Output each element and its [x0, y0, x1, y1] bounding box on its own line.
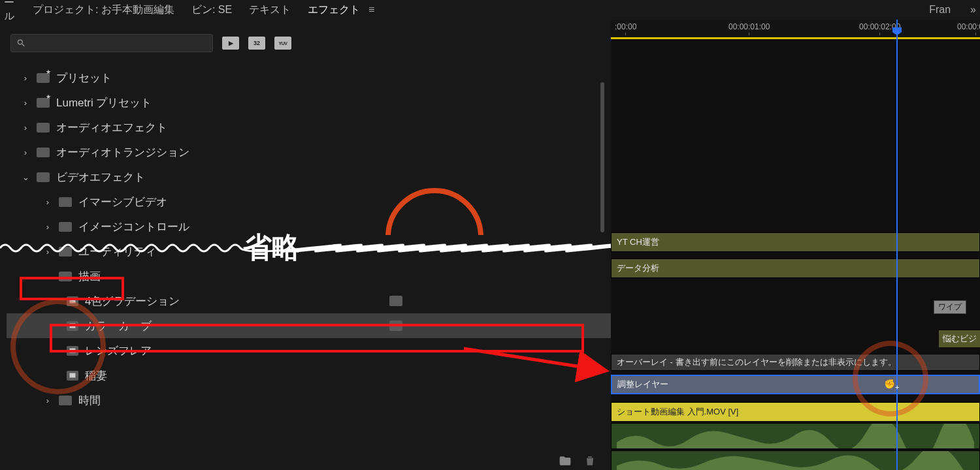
ruler-tick-label: 00:00:03:0 [957, 22, 980, 31]
chevron-down-icon: ⌄ [43, 272, 52, 281]
chevron-right-icon: › [21, 148, 30, 157]
tab-project[interactable]: プロジェクト: お手本動画編集 [33, 3, 174, 17]
effects-panel: ▶ 32 YUV ›プリセット ›Lumetri プリセット ›オーディオエフェ… [0, 20, 611, 470]
new-bin-icon[interactable] [559, 454, 572, 466]
tab-effects[interactable]: エフェクト ≡ [308, 3, 374, 17]
effect-icon [67, 296, 78, 306]
tree-audio-transitions[interactable]: ›オーディオトランジション [7, 140, 611, 164]
chevron-down-icon: ⌄ [21, 172, 30, 182]
folder-icon [59, 197, 72, 207]
folder-icon [37, 123, 50, 133]
effect-icon [67, 371, 78, 381]
chevron-right-icon: › [43, 222, 52, 232]
trash-icon[interactable] [583, 454, 596, 466]
folder-icon [37, 148, 50, 157]
tree-immersive-video[interactable]: ›イマーシブビデオ [7, 189, 611, 214]
tree-utility[interactable]: ›ユーティリティ [7, 239, 611, 264]
waveform-icon [617, 424, 974, 448]
effect-icon [67, 346, 78, 356]
svg-rect-2 [70, 349, 76, 353]
tree-image-control[interactable]: ›イメージコントロール [7, 214, 611, 239]
effects-search-input[interactable] [30, 38, 207, 48]
clip-audio-1[interactable] [611, 423, 980, 449]
tab-text[interactable]: テキスト [249, 3, 291, 17]
clip-yt[interactable]: YT CH運営 [611, 232, 980, 252]
search-icon [16, 38, 26, 48]
tree-time[interactable]: ›時間 [7, 388, 611, 413]
tree-draw[interactable]: ⌄描画 [7, 264, 611, 289]
tab-effects-label: エフェクト [308, 4, 360, 15]
filter-32bit-icon[interactable]: 32 [248, 37, 265, 50]
clip-overlay-text[interactable]: オーバーレイ - 書き出す前にこのレイヤーを削除または非表示にします。 [611, 354, 980, 371]
scrollbar[interactable] [600, 82, 604, 232]
filter-yuv-icon[interactable]: YUV [274, 37, 291, 50]
chevron-right-icon: › [21, 123, 30, 133]
svg-rect-1 [70, 324, 76, 328]
folder-star-icon [37, 73, 50, 83]
waveform-icon [617, 451, 974, 470]
svg-rect-0 [70, 299, 76, 304]
folder-icon [37, 172, 50, 182]
effects-search[interactable] [10, 34, 213, 52]
tree-lumetri-presets[interactable]: ›Lumetri プリセット [7, 90, 611, 115]
clip-wipe[interactable]: ワイプ [934, 300, 966, 314]
tab-bin[interactable]: ビン: SE [191, 3, 232, 17]
tree-color-curve[interactable]: カラーカーブ [7, 313, 611, 338]
svg-rect-3 [70, 373, 76, 378]
tree-lightning[interactable]: 稲妻 [7, 363, 611, 388]
chevron-right-icon: › [21, 73, 30, 83]
folder-star-icon [37, 98, 50, 108]
clip-olive-thinking[interactable]: 悩むビジ [939, 330, 980, 347]
timeline-ruler[interactable]: :00:00 00:00:01:00 00:00:02:00 00:00:03:… [611, 20, 980, 38]
tree-presets[interactable]: ›プリセット [7, 65, 611, 90]
playhead[interactable] [896, 20, 898, 470]
ruler-tick-label: :00:00 [615, 22, 636, 31]
effects-tree: ›プリセット ›Lumetri プリセット ›オーディオエフェクト ›オーディオ… [0, 61, 611, 413]
ruler-tick-label: 00:00:01:00 [728, 22, 770, 31]
tab-overflow-last[interactable]: Fran [929, 4, 951, 16]
chevron-right-icon: › [43, 247, 52, 257]
chevron-right-icon: › [21, 98, 30, 108]
clip-video[interactable]: ショート動画編集 入門.MOV [V] [611, 402, 980, 422]
folder-icon [59, 222, 72, 232]
gpu-badge-icon [389, 296, 402, 306]
tree-video-effects[interactable]: ⌄ビデオエフェクト [7, 164, 611, 189]
gpu-badge-icon [389, 321, 402, 331]
effect-icon [67, 321, 78, 331]
chevron-right-icon: › [43, 396, 52, 405]
folder-icon [59, 272, 72, 281]
clip-audio-2[interactable] [611, 450, 980, 470]
chevron-right-icon: › [43, 197, 52, 207]
panel-tabs: ール プロジェクト: お手本動画編集 ビン: SE テキスト エフェクト ≡ F… [0, 0, 980, 20]
folder-icon [59, 247, 72, 257]
folder-icon [59, 396, 72, 405]
clip-adjustment-layer[interactable]: 調整レイヤー [611, 375, 980, 394]
tab-effects-menu-icon[interactable]: ≡ [368, 4, 374, 15]
clip-data[interactable]: データ分析 [611, 258, 980, 278]
tree-audio-effects[interactable]: ›オーディオエフェクト [7, 115, 611, 140]
timeline-panel: :00:00 00:00:01:00 00:00:02:00 00:00:03:… [611, 20, 980, 470]
timeline-tracks[interactable]: YT CH運営 データ分析 ワイプ 悩むビジ オーバーレイ - 書き出す前にこの… [611, 39, 980, 470]
tab-overflow-more[interactable]: » [970, 4, 976, 16]
tree-gradient[interactable]: 4色グラデーション [7, 289, 611, 313]
drag-cursor-icon: ✊+ [884, 379, 899, 391]
tree-lens-flare[interactable]: レンズフレア [7, 338, 611, 363]
filter-accelerated-icon[interactable]: ▶ [222, 37, 239, 50]
